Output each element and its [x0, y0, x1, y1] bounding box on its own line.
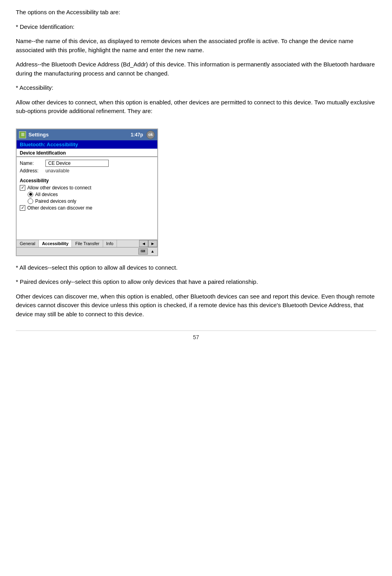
blue-header: Bluetooth: Accessibility: [17, 140, 157, 149]
paired-only-label: Paired devices only: [35, 198, 76, 204]
paragraph-1: The options on the Accessibility tab are…: [16, 8, 376, 17]
address-value: unavailable: [45, 168, 70, 174]
scroll-up-arrow[interactable]: ▲: [149, 249, 156, 254]
title-icon: ☰: [19, 131, 26, 138]
name-row: Name: CE Device: [20, 160, 154, 167]
para-after-2: * Paired devices only--select this optio…: [16, 278, 376, 287]
accessibility-title: Accessibility: [20, 178, 154, 183]
paragraph-3: Name--the name of this device, as displa…: [16, 37, 376, 55]
tab-bar: General Accessibility File Transfer Info…: [17, 240, 157, 247]
name-value[interactable]: CE Device: [45, 160, 109, 167]
page-content: The options on the Accessibility tab are…: [16, 8, 376, 340]
paragraph-5: * Accessibility:: [16, 83, 376, 93]
title-bar-left: ☰ Settings: [19, 131, 49, 138]
page-number: 57: [193, 334, 199, 340]
footer: 57: [16, 330, 376, 340]
title-text: Settings: [28, 132, 49, 138]
bottom-bar: ⌨ ▲: [17, 247, 157, 255]
tab-arrow-right[interactable]: ►: [148, 240, 157, 247]
paired-only-row[interactable]: Paired devices only: [28, 198, 154, 204]
device-id-body: Name: CE Device Address: unavailable: [17, 157, 157, 176]
allow-connect-row[interactable]: ✓ Allow other devices to connect: [20, 185, 154, 191]
tab-accessibility[interactable]: Accessibility: [39, 240, 72, 247]
tab-general[interactable]: General: [17, 240, 39, 247]
title-icon-symbol: ☰: [21, 132, 24, 137]
para-after-3: Other devices can discover me, when this…: [16, 292, 376, 319]
paragraph-2: * Device Identification:: [16, 23, 376, 32]
keyboard-icon[interactable]: ⌨: [138, 248, 148, 255]
allow-connect-label: Allow other devices to connect: [27, 185, 91, 191]
discover-me-label: Other devices can discover me: [27, 205, 92, 211]
all-devices-radio[interactable]: [28, 192, 33, 197]
allow-connect-checkbox[interactable]: ✓: [20, 185, 25, 191]
all-devices-label: All devices: [35, 192, 58, 197]
title-time: 1:47p: [131, 132, 143, 138]
paragraph-4: Address--the Bluetooth Device Address (B…: [16, 60, 376, 78]
empty-area: [17, 213, 157, 237]
tab-nav: ◄ ►: [139, 240, 157, 247]
discover-me-row[interactable]: ✓ Other devices can discover me: [20, 205, 154, 211]
title-bar: ☰ Settings 1:47p ok: [17, 129, 157, 140]
screenshot-container: ☰ Settings 1:47p ok Bluetooth: Accessibi…: [16, 128, 158, 256]
ok-button[interactable]: ok: [146, 130, 155, 139]
paragraph-6: Allow other devices to connect, when thi…: [16, 98, 376, 116]
tab-file-transfer[interactable]: File Transfer: [72, 240, 103, 247]
discover-me-checkbox[interactable]: ✓: [20, 205, 25, 211]
address-row: Address: unavailable: [20, 168, 154, 174]
name-label: Name:: [20, 161, 45, 166]
para-after-1: * All devices--select this option to all…: [16, 263, 376, 272]
address-label: Address:: [20, 168, 45, 174]
device-id-header: Device Identification: [17, 149, 157, 157]
accessibility-section: Accessibility ✓ Allow other devices to c…: [17, 176, 157, 213]
tab-info[interactable]: Info: [103, 240, 117, 247]
tab-arrow-left[interactable]: ◄: [139, 240, 148, 247]
all-devices-row[interactable]: All devices: [28, 192, 154, 197]
title-right: 1:47p ok: [131, 130, 155, 139]
paired-only-radio[interactable]: [28, 198, 33, 204]
device-screenshot: ☰ Settings 1:47p ok Bluetooth: Accessibi…: [16, 128, 158, 256]
